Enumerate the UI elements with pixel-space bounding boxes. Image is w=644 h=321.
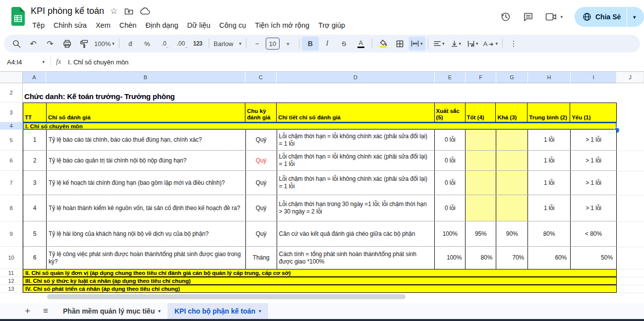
formula-input[interactable]: I. Chỉ số chuyên môn [68, 58, 128, 66]
cell-cycle[interactable]: Quý [246, 130, 277, 150]
row-header-13[interactable]: 13 [0, 285, 23, 293]
cloud-status-icon[interactable] [140, 7, 150, 15]
font-size-input[interactable]: 10 [266, 38, 280, 50]
header-tt[interactable]: TT [23, 103, 47, 122]
cell-excellent[interactable]: 0 lỗi [435, 195, 466, 221]
zoom-control[interactable]: 100% ▾ [92, 37, 117, 51]
cell-detail[interactable]: Lỗi chậm thời hạn = lỗi không chính xác … [277, 130, 435, 150]
document-title[interactable]: KPI phòng kế toán [31, 6, 104, 16]
cell-detail[interactable]: Căn cứ vào kết quả đánh giá chéo giữa cá… [277, 221, 435, 246]
cell-tt[interactable]: 4 [23, 195, 47, 221]
column-header-j[interactable]: J [617, 72, 644, 83]
cell-excellent[interactable]: 0 lỗi [435, 171, 466, 195]
row-header-8[interactable]: 8 [0, 195, 23, 221]
cell-fair[interactable] [496, 130, 528, 150]
cell-indicator[interactable]: Tỷ lệ báo cáo quản trị tài chính nội bộ … [47, 151, 246, 170]
sheet-tab-caret-icon[interactable]: ▾ [259, 309, 261, 314]
cell-fair[interactable]: 70% [496, 247, 528, 269]
text-color-button[interactable]: A [352, 37, 369, 51]
sheet-tab-caret-icon[interactable]: ▾ [158, 309, 161, 314]
cell-fair[interactable] [496, 151, 528, 170]
toolbar-overflow-button[interactable]: ⋮ [505, 37, 522, 51]
cell-excellent[interactable]: 100% [435, 247, 466, 269]
cell-position-title[interactable]: Chức danh: Kế toán trưởng- Trưởng phòng [24, 92, 175, 101]
cell-indicator[interactable]: Tỷ lệ công việc phát sinh được hoàn thàn… [47, 247, 246, 269]
row-header-4[interactable]: 4 [0, 122, 23, 130]
version-history-icon[interactable] [500, 11, 511, 22]
menu-data[interactable]: Dữ liệu [183, 20, 215, 31]
cell-tt[interactable]: 3 [23, 171, 47, 195]
cell-fair[interactable]: 90% [496, 221, 528, 246]
cell-tt[interactable]: 6 [23, 247, 47, 269]
name-box[interactable]: A4:I4 ▾ [0, 58, 45, 66]
cell-average[interactable]: 1 lỗi [528, 151, 571, 170]
section-row-4[interactable]: IV. Chỉ số phát triển cá nhân (áp dụng t… [23, 285, 617, 293]
row-header-2[interactable]: 2 [0, 83, 23, 103]
share-caret-icon[interactable]: ▾ [627, 14, 642, 20]
cell-good[interactable] [466, 130, 496, 150]
cell-average[interactable]: 1 lỗi [528, 195, 571, 221]
search-menus-button[interactable] [8, 37, 25, 51]
horizontal-align-button[interactable]: ▾ [431, 37, 448, 51]
cell-good[interactable]: 95% [466, 221, 496, 246]
cell-cycle[interactable]: Quý [246, 195, 277, 221]
cell-indicator[interactable]: Tỷ lệ báo cáo tài chính, báo cáo thuế đú… [47, 130, 246, 150]
row-header-3[interactable]: 3 [0, 103, 23, 122]
cell-good[interactable] [466, 171, 496, 195]
cell-detail[interactable]: Lỗi chậm thời hạn = lỗi không chính xác … [277, 171, 435, 195]
menu-view[interactable]: Xem [91, 20, 115, 31]
cell-poor[interactable]: > 1 lỗi [571, 195, 617, 221]
add-sheet-button[interactable]: + [25, 306, 30, 317]
header-detail[interactable]: Chi tiết chỉ số đánh giá [277, 103, 434, 122]
column-header-b[interactable]: B [46, 72, 245, 83]
cell-fair[interactable] [496, 171, 528, 195]
cell-good[interactable] [466, 195, 496, 221]
sheets-logo[interactable] [11, 6, 25, 26]
menu-extensions[interactable]: Tiện ích mở rộng [250, 20, 314, 31]
cell-average[interactable]: 80% [528, 221, 571, 246]
more-formats-button[interactable]: 123 [189, 37, 206, 51]
header-average[interactable]: Trung bình (2) [527, 103, 570, 122]
row-header-6[interactable]: 6 [0, 151, 23, 171]
menu-format[interactable]: Định dạng [141, 20, 182, 31]
cell-detail[interactable]: Cách tính = tổng phát sinh hoàn thành/tổ… [277, 247, 435, 269]
cell-indicator[interactable]: Tỷ lệ hoàn thành kiểm kê nguồn vốn, tài … [47, 195, 246, 221]
header-poor[interactable]: Yếu (1) [570, 103, 616, 122]
row-header-5[interactable]: 5 [0, 130, 23, 151]
fill-color-button[interactable] [375, 37, 392, 51]
menu-insert[interactable]: Chèn [115, 20, 141, 31]
menu-file[interactable]: Tệp [28, 20, 49, 31]
select-all-corner[interactable] [0, 72, 23, 83]
text-rotation-button[interactable]: A ▾ [481, 37, 500, 51]
meet-caret-icon[interactable]: ▾ [560, 15, 563, 19]
column-header-h[interactable]: H [528, 72, 571, 83]
header-good[interactable]: Tốt (4) [466, 103, 496, 122]
all-sheets-button[interactable]: ≡ [43, 306, 48, 316]
percent-format-button[interactable]: % [139, 37, 156, 51]
header-indicator[interactable]: Chỉ số đánh giá [47, 103, 245, 122]
cell-poor[interactable]: 50% [571, 247, 617, 269]
cell-poor[interactable]: > 1 lỗi [571, 171, 617, 195]
cell-tt[interactable]: 2 [23, 151, 47, 170]
cell-detail[interactable]: Lỗi chậm thời hạn trong 30 ngày =1 lỗi; … [277, 195, 435, 221]
cell-indicator[interactable]: Tỷ lệ kế hoạch tài chính đúng hạn (bao g… [47, 171, 246, 195]
font-family-select[interactable]: Barlow ▾ [212, 37, 243, 51]
row-header-10[interactable]: 10 [0, 247, 23, 269]
header-fair[interactable]: Khá (3) [496, 103, 527, 122]
print-button[interactable] [59, 37, 75, 51]
cell-good[interactable]: 80% [466, 247, 496, 269]
sheet-tab-kpi-ke-toan[interactable]: KPI cho bộ phận kế toán ▾ [168, 303, 268, 319]
undo-button[interactable]: ↶ [25, 37, 42, 51]
share-button[interactable]: Chia Sẻ ▾ [575, 7, 644, 27]
increase-font-size-button[interactable]: + [280, 37, 296, 51]
column-header-i[interactable]: I [571, 72, 617, 83]
meet-button[interactable]: ▾ [545, 12, 563, 21]
menu-edit[interactable]: Chỉnh sửa [49, 20, 91, 31]
cell-cycle[interactable]: Tháng [246, 247, 277, 269]
move-folder-icon[interactable] [124, 7, 133, 15]
header-cycle[interactable]: Chu kỳ đánh giá [245, 103, 277, 122]
row-header-12[interactable]: 12 [0, 277, 23, 285]
cell-tt[interactable]: 5 [23, 221, 47, 246]
column-header-c[interactable]: C [245, 72, 277, 83]
cell-average[interactable]: 1 lỗi [528, 171, 571, 195]
